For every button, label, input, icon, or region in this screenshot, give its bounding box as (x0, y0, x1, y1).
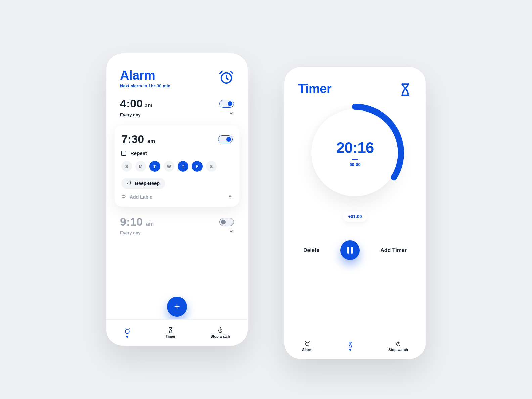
alarm-time: 4:00am (120, 97, 152, 110)
repeat-label: Repeat (130, 150, 147, 156)
pause-icon (347, 247, 349, 254)
alarm-toggle[interactable] (218, 135, 233, 143)
pause-icon (351, 247, 353, 254)
alarm-time: 9:10am (120, 215, 154, 228)
nav-timer[interactable]: Timer (166, 327, 176, 338)
timer-header: Timer (284, 67, 426, 100)
add-timer-button[interactable]: Add Timer (380, 247, 407, 253)
day-mon[interactable]: M (135, 161, 146, 172)
day-tue[interactable]: T (149, 161, 160, 172)
nav-stopwatch[interactable]: Stop watch (210, 327, 230, 338)
add-minute-chip[interactable]: +01:00 (343, 211, 367, 222)
day-thu[interactable]: T (178, 161, 188, 172)
plus-icon: + (174, 301, 180, 312)
alarm-time[interactable]: 7:30am (121, 133, 155, 146)
add-label-button[interactable]: Add Lable (121, 194, 152, 200)
active-dot-icon (349, 349, 351, 351)
bottom-nav: Alarm Stop watch (284, 333, 426, 359)
nav-alarm[interactable] (124, 328, 131, 338)
nav-timer[interactable] (347, 342, 353, 351)
day-sat[interactable]: S (206, 161, 217, 172)
nav-stopwatch[interactable]: Stop watch (388, 341, 408, 352)
svg-point-4 (305, 342, 309, 346)
sound-chip[interactable]: Beep-Beep (121, 178, 165, 189)
day-wed[interactable]: W (164, 161, 174, 172)
alarm-toggle[interactable] (219, 218, 234, 226)
alarm-screen: Alarm Next alarm in 1hr 30 min 4:00am Ev… (106, 53, 248, 346)
sound-name: Beep-Beep (135, 181, 160, 186)
delete-button[interactable]: Delete (303, 247, 319, 253)
chevron-down-icon[interactable] (229, 229, 234, 235)
day-fri[interactable]: F (192, 161, 203, 172)
progress-arc-icon (304, 102, 406, 204)
alarm-row-1[interactable]: 4:00am Every day (106, 91, 248, 121)
hourglass-icon (399, 83, 412, 98)
page-title: Alarm (120, 68, 170, 83)
add-alarm-button[interactable]: + (167, 297, 187, 317)
bell-icon (127, 180, 132, 186)
tag-icon (121, 194, 126, 200)
alarm-toggle[interactable] (219, 100, 234, 108)
alarm-repeat-label: Every day (120, 230, 140, 235)
alarm-clock-icon (219, 70, 234, 86)
nav-alarm[interactable]: Alarm (302, 341, 312, 352)
svg-point-1 (125, 329, 129, 334)
checkbox-icon[interactable] (121, 151, 126, 156)
weekday-selector: S M T W T F S (121, 161, 233, 172)
alarm-row-2-expanded: 7:30am Repeat S M T W T F S Beep-Beep (115, 125, 239, 207)
next-alarm-subtitle: Next alarm in 1hr 30 min (120, 83, 170, 88)
pause-button[interactable] (340, 240, 360, 260)
chevron-down-icon[interactable] (229, 110, 234, 117)
timer-dial: 20:16 60:00 (311, 109, 399, 196)
bottom-nav: Timer Stop watch (106, 319, 248, 346)
svg-point-3 (309, 107, 401, 199)
repeat-row[interactable]: Repeat (121, 150, 233, 156)
alarm-row-3[interactable]: 9:10am Every day (106, 209, 248, 239)
day-sun[interactable]: S (121, 161, 132, 172)
page-title: Timer (298, 82, 331, 96)
alarm-repeat-label: Every day (120, 112, 140, 117)
active-dot-icon (126, 336, 128, 338)
chevron-up-icon[interactable] (227, 194, 233, 201)
alarm-header: Alarm Next alarm in 1hr 30 min (106, 53, 248, 91)
timer-screen: Timer 20:16 60:00 +01:00 Delete Add Time… (284, 67, 426, 359)
